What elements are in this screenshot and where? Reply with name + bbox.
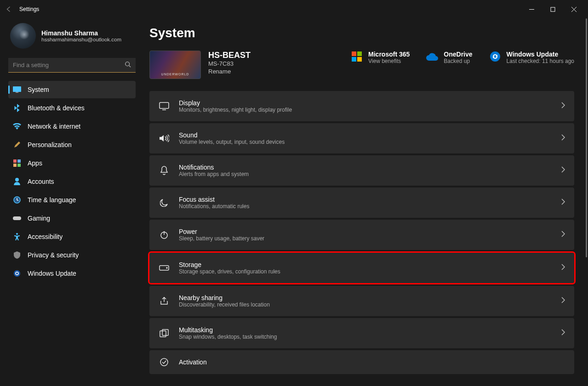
setting-title: Nearby sharing [179,294,270,301]
display-icon [159,101,170,112]
avatar [10,23,36,49]
minimize-button[interactable] [521,2,542,17]
sidebar-item-apps[interactable]: Apps [8,154,136,172]
setting-sound[interactable]: Sound Volume levels, output, input, soun… [149,123,574,153]
page-title: System [149,26,574,40]
svg-point-16 [14,270,20,277]
cloud-link-winupdate[interactable]: Windows Update Last checked: 11 hours ag… [489,51,574,64]
chevron-right-icon [561,297,565,305]
svg-rect-19 [352,57,356,62]
sidebar: Himanshu Sharma hssharmahimanshu@outlook… [0,18,140,386]
setting-activation[interactable]: Activation [149,350,574,374]
cloud-link-onedrive[interactable]: OneDrive Backed up [426,51,472,64]
bluetooth-icon [13,104,21,112]
setting-display[interactable]: Display Monitors, brightness, night ligh… [149,91,574,121]
rename-link[interactable]: Rename [208,68,251,75]
chevron-right-icon [561,166,565,175]
person-icon [13,177,21,186]
search-input[interactable] [13,62,125,68]
chevron-right-icon [561,134,565,142]
svg-line-5 [129,65,131,67]
search-box[interactable] [8,58,136,73]
bell-icon [159,165,170,176]
setting-notifications[interactable]: Notifications Alerts from apps and syste… [149,155,574,186]
profile-name: Himanshu Sharma [41,29,121,37]
setting-multitasking[interactable]: Multitasking Snap windows, desktops, tas… [149,318,574,348]
nav: System Bluetooth & devices Network & int… [8,81,136,282]
svg-rect-28 [160,331,166,337]
sidebar-item-accounts[interactable]: Accounts [8,173,136,190]
svg-point-21 [490,51,500,62]
sidebar-item-privacy[interactable]: Privacy & security [8,246,136,264]
svg-point-4 [126,62,130,66]
device-thumbnail[interactable] [149,51,201,79]
cloud-sub: Last checked: 11 hours ago [507,58,574,64]
sidebar-item-label: Accounts [28,178,54,185]
onedrive-icon [426,51,438,62]
setting-storage[interactable]: Storage Storage space, drives, configura… [149,253,574,283]
sidebar-item-personalization[interactable]: Personalization [8,136,136,153]
setting-title: Power [179,228,264,235]
chevron-right-icon [561,231,565,239]
setting-sub: Discoverability, received files location [179,301,270,308]
cloud-title: Microsoft 365 [368,51,410,58]
sidebar-item-time[interactable]: Time & language [8,191,136,209]
chevron-right-icon [561,329,565,337]
setting-power[interactable]: Power Sleep, battery usage, battery save… [149,220,574,250]
setting-focus[interactable]: Focus assist Notifications, automatic ru… [149,187,574,218]
close-button[interactable] [563,2,584,17]
cloud-link-m365[interactable]: Microsoft 365 View benefits [351,51,410,64]
setting-title: Storage [179,261,280,268]
shield-icon [13,251,21,259]
gaming-icon [13,214,21,222]
sound-icon [159,133,170,144]
setting-sub: Monitors, brightness, night light, displ… [179,107,292,113]
search-icon [125,61,131,69]
svg-rect-29 [162,329,168,335]
storage-icon [159,262,170,273]
sidebar-item-update[interactable]: Windows Update [8,265,136,282]
sidebar-item-label: Windows Update [28,270,76,277]
apps-icon [13,159,21,167]
sidebar-item-gaming[interactable]: Gaming [8,210,136,227]
setting-sub: Sleep, battery usage, battery saver [179,235,264,242]
device-header: HS-BEAST MS-7C83 Rename Microsoft 365 Vi… [149,51,574,79]
clock-icon [13,196,21,204]
settings-list: Display Monitors, brightness, night ligh… [149,91,574,374]
moon-icon [159,197,170,208]
sidebar-item-network[interactable]: Network & internet [8,118,136,135]
back-button[interactable] [4,5,13,14]
sidebar-item-accessibility[interactable]: Accessibility [8,228,136,245]
svg-rect-10 [13,164,17,167]
sidebar-item-label: Privacy & security [28,251,79,259]
cloud-title: Windows Update [507,51,574,58]
titlebar: Settings [0,0,588,18]
sidebar-item-bluetooth[interactable]: Bluetooth & devices [8,99,136,117]
setting-title: Notifications [179,164,249,171]
svg-point-12 [15,178,19,182]
setting-nearby[interactable]: Nearby sharing Discoverability, received… [149,286,574,316]
cloud-sub: View benefits [368,58,410,64]
scrollbar-thumb[interactable] [586,18,587,257]
sidebar-item-label: Accessibility [28,233,63,240]
svg-rect-8 [13,159,17,163]
scrollbar[interactable] [583,18,587,382]
sidebar-item-label: Gaming [28,215,50,222]
svg-rect-22 [160,102,169,108]
power-icon [159,229,170,240]
maximize-button[interactable] [542,2,563,17]
sidebar-item-label: Bluetooth & devices [28,104,85,112]
sidebar-item-system[interactable]: System [8,81,136,98]
main-content: System HS-BEAST MS-7C83 Rename Microsoft… [140,18,588,386]
update-icon [13,269,21,278]
svg-rect-17 [352,51,356,56]
chevron-right-icon [561,199,565,207]
svg-rect-20 [357,57,362,62]
svg-point-30 [160,358,168,366]
system-icon [13,85,21,94]
multitasking-icon [159,328,170,339]
setting-sub: Storage space, drives, configuration rul… [179,268,280,275]
setting-sub: Volume levels, output, input, sound devi… [179,139,285,145]
sidebar-item-label: Personalization [28,141,72,148]
profile-block[interactable]: Himanshu Sharma hssharmahimanshu@outlook… [8,23,136,49]
